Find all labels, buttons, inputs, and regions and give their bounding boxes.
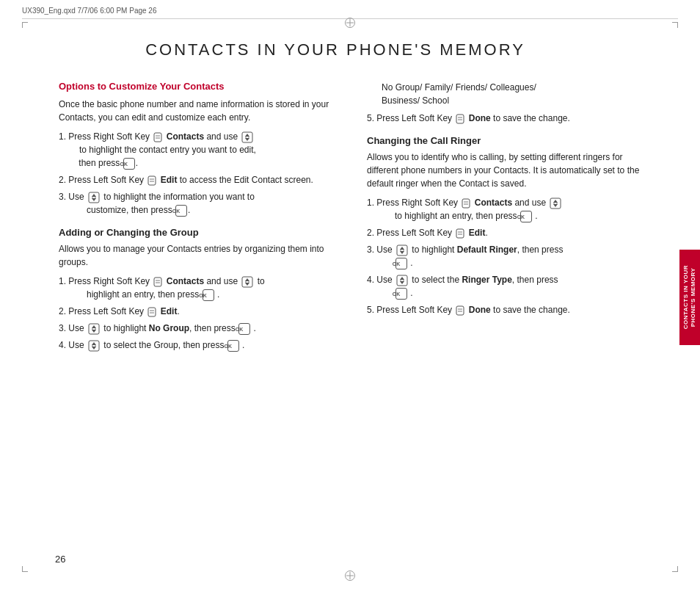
no-group-list: No Group/ Family/ Friends/ Colleagues/Bu… [367,81,653,107]
soft-key-icon-2 [147,175,156,186]
ok-icon-g3: OK [238,323,250,335]
nav-icon-1 [241,131,253,143]
ringer-step-5: 5. Press Left Soft Key Done to save the … [367,303,653,316]
customize-step-2: 2. Press Left Soft Key Edit to access th… [59,173,345,186]
svg-rect-21 [148,308,156,316]
soft-key-icon-r5 [456,114,464,124]
svg-rect-35 [462,199,470,208]
side-tab-text: CONTACTS IN YOURPHONE'S MEMORY [682,265,698,329]
ok-icon-r1: OK [520,211,532,222]
section2-intro: Allows you to manage your Contacts entri… [59,242,345,269]
nav-icon-g3 [88,323,100,335]
crosshair-top [345,18,355,28]
customize-step-1: 1. Press Right Soft Key Contacts and use… [59,130,345,170]
ringer-step-2: 2. Press Left Soft Key Edit. [367,226,653,239]
ok-icon-r3: OK [395,258,407,269]
corner-mark-br [672,566,678,572]
group-step-1: 1. Press Right Soft Key Contacts and use… [59,275,345,301]
ringer-step-4: 4. Use to select the Ringer Type, then p… [367,273,653,300]
ringer-step-3: 3. Use to highlight Default Ringer, then… [367,243,653,269]
soft-key-icon-r2 [456,228,464,239]
section1-intro: Once the basic phone number and name inf… [59,98,345,124]
group-step-4: 4. Use to select the Group, then press O… [59,338,345,352]
nav-icon-r4 [396,275,408,286]
corner-mark-tl [22,22,28,28]
soft-key-icon-r5b [456,305,464,316]
ok-icon-g1: OK [203,289,214,301]
svg-rect-53 [456,306,464,315]
group-step-2: 2. Press Left Soft Key Edit. [59,305,345,318]
svg-rect-14 [154,278,161,286]
nav-icon-r3 [396,245,408,256]
section1-title: Options to Customize Your Contacts [59,81,345,92]
right-column: No Group/ Family/ Friends/ Colleagues/Bu… [367,81,653,557]
soft-key-icon-g2 [147,307,156,317]
header-text: UX390_Eng.qxd 7/7/06 6:00 PM Page 26 [22,7,156,15]
customize-step-3: 3. Use to highlight the information you … [59,190,345,217]
group-step-5: 5. Press Left Soft Key Done to save the … [367,112,653,125]
nav-icon-g4 [88,340,100,352]
nav-icon-3 [88,192,100,203]
nav-icon-g1 [241,276,253,288]
page-title: CONTACTS IN YOUR PHONE'S MEMORY [0,40,671,59]
svg-rect-42 [456,229,464,238]
ok-icon-1: OK [123,158,135,170]
page-container: UX390_Eng.qxd 7/7/06 6:00 PM Page 26 CON… [0,0,700,594]
soft-key-icon-g1 [153,277,162,287]
ok-icon-3: OK [175,205,187,217]
soft-key-icon-1 [153,132,162,142]
corner-mark-tr [672,22,678,28]
group-step-3: 3. Use to highlight No Group, then press… [59,322,345,335]
soft-key-icon-r1 [462,198,470,209]
left-column: Options to Customize Your Contacts Once … [59,81,345,557]
section3-intro: Allows you to identify who is calling, b… [367,151,653,190]
ok-icon-g4: OK [227,340,239,352]
svg-rect-0 [154,133,161,142]
section2-title: Adding or Changing the Group [59,227,345,238]
svg-rect-7 [148,176,156,185]
ringer-step-1: 1. Press Right Soft Key Contacts and use… [367,196,653,222]
crosshair-bottom [345,571,355,581]
side-tab: CONTACTS IN YOURPHONE'S MEMORY [679,250,700,345]
corner-mark-bl [22,566,28,572]
section3-title: Changing the Call Ringer [367,135,653,146]
svg-rect-32 [456,115,464,123]
nav-icon-r1 [550,198,561,209]
ok-icon-r4: OK [395,288,407,300]
